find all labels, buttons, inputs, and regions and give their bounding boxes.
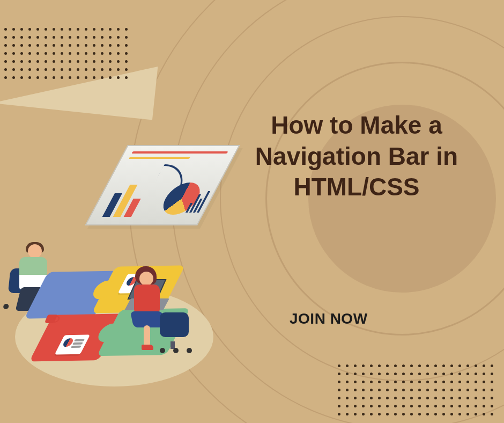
illustration: [4, 145, 235, 413]
whiteboard: [85, 145, 240, 225]
dot-pattern-bottom-right: [338, 364, 493, 415]
office-chair-right: [160, 312, 194, 350]
page-title: How to Make a Navigation Bar in HTML/CSS: [231, 110, 483, 203]
dot-pattern-top-left: [4, 28, 128, 79]
join-now-button[interactable]: JOIN NOW: [290, 310, 368, 327]
